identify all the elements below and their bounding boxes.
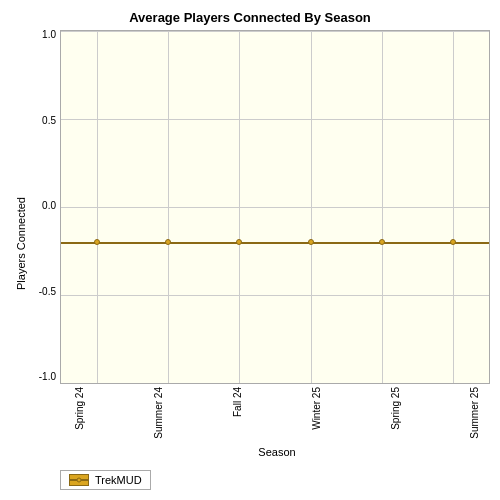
plot-area-wrapper: 1.0 0.5 0.0 -0.5 -1.0 xyxy=(30,30,490,384)
y-tick-1.0: 1.0 xyxy=(42,30,56,40)
x-tick-winter25: Winter 25 xyxy=(302,384,332,444)
x-tick-label-spring25: Spring 25 xyxy=(390,387,401,430)
chart-body: Players Connected 1.0 0.5 0.0 -0.5 -1.0 xyxy=(10,30,490,458)
x-tick-spring24: Spring 24 xyxy=(64,384,94,444)
y-axis-label: Players Connected xyxy=(10,30,30,458)
data-point-summer24 xyxy=(165,239,171,245)
grid-h-4 xyxy=(61,295,489,296)
legend-color-box xyxy=(69,474,89,486)
y-tick--0.5: -0.5 xyxy=(39,287,56,297)
zero-line xyxy=(61,242,489,244)
x-axis-label: Season xyxy=(64,446,490,458)
x-tick-summer25: Summer 25 xyxy=(460,384,490,444)
grid-h-1 xyxy=(61,31,489,32)
data-point-spring25 xyxy=(379,239,385,245)
data-point-summer25 xyxy=(450,239,456,245)
y-tick-0.5: 0.5 xyxy=(42,116,56,126)
grid-v-2 xyxy=(168,31,169,383)
x-tick-label-winter25: Winter 25 xyxy=(311,387,322,430)
grid-h-2 xyxy=(61,119,489,120)
grid-v-3 xyxy=(239,31,240,383)
chart-title: Average Players Connected By Season xyxy=(129,10,371,25)
x-tick-spring25: Spring 25 xyxy=(381,384,411,444)
legend-label-trekmud: TrekMUD xyxy=(95,474,142,486)
y-tick--1.0: -1.0 xyxy=(39,372,56,382)
y-ticks: 1.0 0.5 0.0 -0.5 -1.0 xyxy=(30,30,60,384)
grid-h-3 xyxy=(61,207,489,208)
grid-v-4 xyxy=(311,31,312,383)
x-tick-label-fall24: Fall 24 xyxy=(232,387,243,417)
data-point-spring24 xyxy=(94,239,100,245)
legend: TrekMUD xyxy=(60,470,151,490)
data-point-fall24 xyxy=(236,239,242,245)
x-tick-label-summer25: Summer 25 xyxy=(469,387,480,439)
x-tick-summer24: Summer 24 xyxy=(143,384,173,444)
x-tick-fall24: Fall 24 xyxy=(222,384,252,444)
x-tick-label-spring24: Spring 24 xyxy=(74,387,85,430)
x-ticks: Spring 24 Summer 24 Fall 24 Winter 25 Sp… xyxy=(64,384,490,444)
y-tick-0.0: 0.0 xyxy=(42,201,56,211)
grid-v-6 xyxy=(453,31,454,383)
chart-right: 1.0 0.5 0.0 -0.5 -1.0 xyxy=(30,30,490,458)
plot-area xyxy=(60,30,490,384)
grid-v-5 xyxy=(382,31,383,383)
chart-container: Average Players Connected By Season Play… xyxy=(0,0,500,500)
data-point-winter25 xyxy=(308,239,314,245)
x-tick-label-summer24: Summer 24 xyxy=(153,387,164,439)
grid-v-1 xyxy=(97,31,98,383)
legend-dot xyxy=(77,478,82,483)
legend-wrapper: TrekMUD xyxy=(10,464,490,490)
x-axis-ticks-row: Spring 24 Summer 24 Fall 24 Winter 25 Sp… xyxy=(30,384,490,444)
